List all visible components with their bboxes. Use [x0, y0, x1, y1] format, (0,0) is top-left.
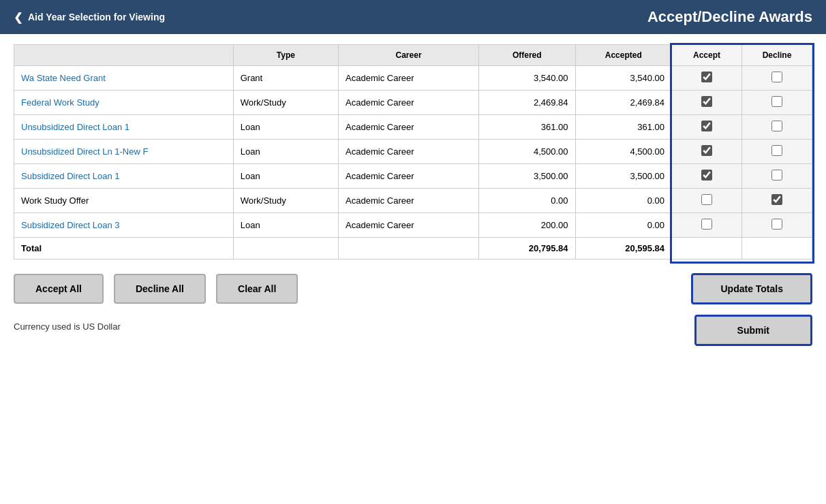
page-header: ❮ Aid Year Selection for Viewing Accept/… — [0, 0, 826, 34]
update-totals-button[interactable]: Update Totals — [691, 273, 812, 304]
row-name-cell: Work Study Offer — [14, 189, 234, 213]
row-offered-cell: 0.00 — [478, 189, 575, 213]
row-decline-cell — [742, 115, 812, 140]
accept-checkbox[interactable] — [701, 194, 712, 205]
row-type-cell: Work/Study — [233, 189, 338, 213]
row-offered-cell: 3,500.00 — [478, 164, 575, 189]
award-link[interactable]: Wa State Need Grant — [21, 73, 106, 83]
row-career-cell: Academic Career — [339, 140, 479, 164]
row-accept-cell — [672, 115, 742, 140]
row-career-cell: Academic Career — [339, 115, 479, 140]
nav-breadcrumb[interactable]: ❮ Aid Year Selection for Viewing — [14, 11, 165, 24]
clear-all-button[interactable]: Clear All — [216, 274, 298, 304]
row-type-cell: Loan — [233, 213, 338, 238]
table-row: Wa State Need GrantGrantAcademic Career3… — [14, 66, 812, 91]
row-accept-cell — [672, 213, 742, 238]
row-type-cell: Work/Study — [233, 91, 338, 115]
row-accepted-cell: 2,469.84 — [575, 91, 672, 115]
row-decline-cell — [742, 66, 812, 91]
row-name-cell: Unsubsidized Direct Loan 1 — [14, 115, 234, 140]
decline-checkbox[interactable] — [771, 121, 782, 131]
award-link[interactable]: Unsubsidized Direct Loan 1 — [21, 122, 129, 132]
col-header-accepted: Accepted — [575, 45, 672, 66]
row-accept-cell — [672, 189, 742, 213]
row-name-cell: Subsidized Direct Loan 3 — [14, 213, 234, 238]
row-accepted-cell: 0.00 — [575, 189, 672, 213]
row-accept-cell — [672, 91, 742, 115]
row-offered-cell: 361.00 — [478, 115, 575, 140]
row-career-cell: Academic Career — [339, 213, 479, 238]
table-total-row: Total 20,795.84 20,595.84 — [14, 238, 812, 259]
table-header-row: Type Career Offered Accepted Accept Decl… — [14, 45, 812, 66]
accept-checkbox[interactable] — [701, 145, 712, 156]
row-type-cell: Loan — [233, 140, 338, 164]
awards-table: Type Career Offered Accepted Accept Decl… — [14, 44, 812, 259]
col-header-offered: Offered — [478, 45, 575, 66]
row-accepted-cell: 3,540.00 — [575, 66, 672, 91]
submit-button[interactable]: Submit — [694, 315, 812, 346]
accept-checkbox[interactable] — [701, 96, 712, 107]
row-name-cell: Wa State Need Grant — [14, 66, 234, 91]
row-type-cell: Loan — [233, 164, 338, 189]
decline-checkbox[interactable] — [771, 194, 782, 205]
accept-checkbox[interactable] — [701, 219, 712, 230]
decline-checkbox[interactable] — [771, 145, 782, 156]
total-label: Total — [14, 238, 234, 259]
accept-all-button[interactable]: Accept All — [14, 274, 104, 304]
row-career-cell: Academic Career — [339, 66, 479, 91]
table-row: Unsubsidized Direct Loan 1LoanAcademic C… — [14, 115, 812, 140]
row-decline-cell — [742, 164, 812, 189]
row-accepted-cell: 3,500.00 — [575, 164, 672, 189]
currency-note: Currency used is US Dollar — [14, 321, 121, 332]
row-accepted-cell: 361.00 — [575, 115, 672, 140]
action-buttons-row: Accept All Decline All Clear All Update … — [14, 273, 812, 304]
row-offered-cell: 2,469.84 — [478, 91, 575, 115]
row-type-cell: Loan — [233, 115, 338, 140]
table-row: Federal Work StudyWork/StudyAcademic Car… — [14, 91, 812, 115]
row-offered-cell: 200.00 — [478, 213, 575, 238]
row-career-cell: Academic Career — [339, 164, 479, 189]
row-name-cell: Federal Work Study — [14, 91, 234, 115]
row-name-cell: Unsubsidized Direct Ln 1-New F — [14, 140, 234, 164]
col-header-career: Career — [339, 45, 479, 66]
accept-checkbox[interactable] — [701, 121, 712, 131]
col-header-name — [14, 45, 234, 66]
row-name-cell: Subsidized Direct Loan 1 — [14, 164, 234, 189]
table-row: Subsidized Direct Loan 1LoanAcademic Car… — [14, 164, 812, 189]
row-decline-cell — [742, 189, 812, 213]
nav-label: Aid Year Selection for Viewing — [28, 12, 165, 22]
decline-checkbox[interactable] — [771, 72, 782, 82]
row-accepted-cell: 0.00 — [575, 213, 672, 238]
decline-checkbox[interactable] — [771, 219, 782, 230]
table-row: Unsubsidized Direct Ln 1-New FLoanAcadem… — [14, 140, 812, 164]
table-row: Work Study OfferWork/StudyAcademic Caree… — [14, 189, 812, 213]
total-offered: 20,795.84 — [478, 238, 575, 259]
main-content: Type Career Offered Accepted Accept Decl… — [0, 34, 826, 356]
award-link[interactable]: Unsubsidized Direct Ln 1-New F — [21, 146, 148, 157]
row-offered-cell: 3,540.00 — [478, 66, 575, 91]
award-link[interactable]: Subsidized Direct Loan 1 — [21, 171, 120, 181]
col-header-type: Type — [233, 45, 338, 66]
decline-checkbox[interactable] — [771, 170, 782, 180]
row-decline-cell — [742, 140, 812, 164]
row-career-cell: Academic Career — [339, 189, 479, 213]
row-type-cell: Grant — [233, 66, 338, 91]
decline-all-button[interactable]: Decline All — [114, 274, 206, 304]
award-link[interactable]: Subsidized Direct Loan 3 — [21, 220, 120, 230]
row-career-cell: Academic Career — [339, 91, 479, 115]
decline-checkbox[interactable] — [771, 96, 782, 107]
row-accept-cell — [672, 164, 742, 189]
col-header-decline: Decline — [742, 45, 812, 66]
accept-checkbox[interactable] — [701, 170, 712, 180]
row-decline-cell — [742, 213, 812, 238]
award-link[interactable]: Federal Work Study — [21, 97, 100, 108]
col-header-accept: Accept — [672, 45, 742, 66]
row-decline-cell — [742, 91, 812, 115]
table-row: Subsidized Direct Loan 3LoanAcademic Car… — [14, 213, 812, 238]
bottom-section: Currency used is US Dollar Submit — [14, 315, 812, 346]
page-title: Accept/Decline Awards — [647, 8, 812, 26]
accept-checkbox[interactable] — [701, 72, 712, 82]
total-accepted: 20,595.84 — [575, 238, 672, 259]
back-chevron-icon[interactable]: ❮ — [14, 11, 22, 24]
row-accept-cell — [672, 66, 742, 91]
